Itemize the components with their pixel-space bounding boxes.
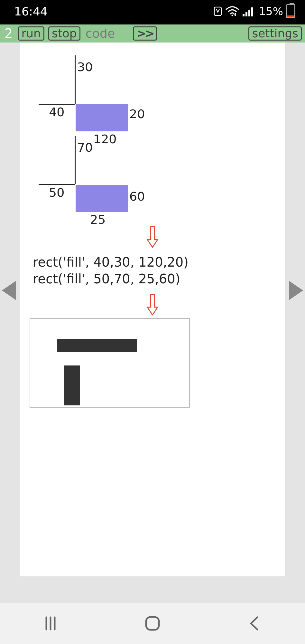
signal-icon — [243, 6, 255, 16]
svg-point-1 — [232, 15, 233, 16]
output-rect-1 — [57, 339, 137, 352]
svg-rect-9 — [146, 617, 159, 630]
svg-rect-0 — [214, 7, 221, 15]
code-block: rect('fill', 40,30, 120,20) rect('fill',… — [33, 254, 285, 287]
diagram-1-x-label: 40 — [49, 105, 64, 119]
diagram-1-rect — [76, 104, 128, 131]
stop-button[interactable]: stop — [48, 26, 80, 41]
code-label[interactable]: code — [84, 26, 116, 41]
diagram-2-rect — [76, 185, 128, 212]
diagram-2-w-label: 25 — [90, 213, 106, 227]
svg-rect-4 — [248, 10, 250, 16]
back-button[interactable] — [246, 615, 263, 631]
next-page-arrow[interactable] — [289, 281, 303, 300]
status-icons: 15% — [214, 4, 295, 18]
output-canvas — [30, 318, 190, 408]
diagram-1-y-label: 30 — [77, 60, 93, 74]
run-button[interactable]: run — [18, 26, 44, 41]
svg-rect-2 — [243, 14, 245, 16]
status-time: 16:44 — [14, 5, 48, 18]
page-number: 2 — [3, 26, 14, 41]
notification-icon — [214, 6, 222, 16]
android-nav-bar — [0, 603, 305, 644]
svg-rect-5 — [251, 7, 253, 16]
wifi-icon — [225, 6, 239, 17]
recents-button[interactable] — [42, 615, 59, 631]
battery-percent: 15% — [259, 5, 283, 18]
arrow-down-icon — [146, 294, 159, 316]
android-status-bar: 16:44 15% — [0, 0, 305, 24]
skip-button[interactable]: >> — [133, 26, 157, 41]
code-line-1: rect('fill', 40,30, 120,20) — [33, 254, 285, 270]
diagram-2: 70 50 60 25 — [29, 136, 235, 220]
code-line-2: rect('fill', 50,70, 25,60) — [33, 270, 285, 287]
settings-button[interactable]: settings — [248, 26, 302, 41]
diagram-1-h-label: 20 — [129, 107, 145, 121]
prev-page-arrow[interactable] — [2, 281, 16, 300]
svg-rect-3 — [245, 12, 247, 16]
app-toolbar: 2 run stop code >> settings — [0, 24, 305, 43]
arrow-down-icon — [146, 226, 159, 248]
diagram-2-h-label: 60 — [129, 189, 145, 204]
battery-icon — [286, 4, 295, 18]
diagram-1: 30 40 20 120 — [29, 55, 235, 136]
output-rect-2 — [64, 365, 80, 405]
home-button[interactable] — [144, 615, 161, 632]
page-area: 30 40 20 120 70 50 60 25 rect('fill', 40… — [0, 43, 305, 576]
diagram-2-x-label: 50 — [49, 185, 64, 200]
diagram-2-y-label: 70 — [77, 140, 93, 155]
tutorial-page: 30 40 20 120 70 50 60 25 rect('fill', 40… — [20, 43, 285, 576]
